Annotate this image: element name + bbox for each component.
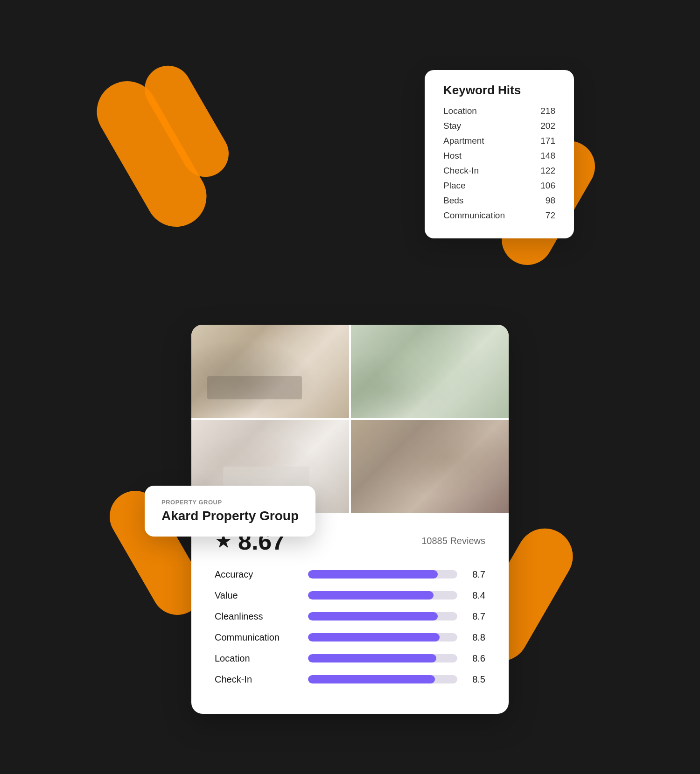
rating-row: Value8.4 [215, 590, 485, 601]
rating-label: Check-In [215, 674, 299, 685]
keyword-row: Apartment171 [443, 136, 555, 146]
keyword-hits-title: Keyword Hits [443, 83, 555, 98]
keyword-row: Host148 [443, 151, 555, 161]
keyword-count: 202 [540, 121, 555, 131]
photo-room-2 [351, 325, 509, 418]
keyword-name: Beds [443, 195, 463, 206]
keyword-name: Location [443, 106, 477, 116]
keyword-row: Place106 [443, 181, 555, 191]
rating-label: Value [215, 590, 299, 601]
keyword-row: Communication72 [443, 210, 555, 221]
keyword-count: 218 [540, 106, 555, 116]
bar-fill [308, 633, 440, 642]
rating-value: 8.7 [467, 611, 485, 622]
keyword-name: Place [443, 181, 466, 191]
bar-track [308, 633, 457, 642]
scene: Property Group Akard Property Group Keyw… [140, 61, 560, 714]
bar-track [308, 654, 457, 662]
keyword-list: Location218Stay202Apartment171Host148Che… [443, 106, 555, 221]
bar-fill [308, 591, 434, 600]
keyword-count: 98 [546, 195, 555, 206]
bar-track [308, 675, 457, 683]
ratings-section: ★ 8.67 10885 Reviews Accuracy8.7Value8.4… [191, 513, 509, 685]
keyword-name: Stay [443, 121, 461, 131]
rating-value: 8.8 [467, 632, 485, 643]
rating-value: 8.7 [467, 569, 485, 580]
keyword-name: Host [443, 151, 462, 161]
bar-fill [308, 675, 435, 683]
keyword-hits-card: Keyword Hits Location218Stay202Apartment… [425, 70, 574, 238]
bar-fill [308, 654, 436, 662]
reviews-count: 10885 Reviews [421, 536, 485, 546]
keyword-name: Apartment [443, 136, 484, 146]
keyword-count: 72 [546, 210, 555, 221]
property-group-card: Property Group Akard Property Group [145, 486, 315, 537]
bar-track [308, 612, 457, 621]
rating-value: 8.4 [467, 590, 485, 601]
property-group-label: Property Group [161, 499, 299, 506]
bar-track [308, 570, 457, 579]
rating-row: Communication8.8 [215, 632, 485, 643]
bar-fill [308, 570, 438, 579]
rating-row: Location8.6 [215, 653, 485, 664]
keyword-count: 106 [540, 181, 555, 191]
rating-row: Cleanliness8.7 [215, 611, 485, 622]
rating-label: Communication [215, 632, 299, 643]
bar-track [308, 591, 457, 600]
rating-label: Cleanliness [215, 611, 299, 622]
rating-bars-container: Accuracy8.7Value8.4Cleanliness8.7Communi… [215, 569, 485, 685]
photo-room-1 [191, 325, 349, 418]
keyword-name: Communication [443, 210, 505, 221]
rating-row: Check-In8.5 [215, 674, 485, 685]
photo-grid [191, 325, 509, 513]
rating-row: Accuracy8.7 [215, 569, 485, 580]
keyword-name: Check-In [443, 166, 479, 176]
keyword-row: Check-In122 [443, 166, 555, 176]
property-group-name: Akard Property Group [161, 509, 299, 523]
keyword-count: 148 [540, 151, 555, 161]
photo-room-4 [351, 420, 509, 513]
rating-label: Location [215, 653, 299, 664]
keyword-count: 171 [540, 136, 555, 146]
keyword-count: 122 [540, 166, 555, 176]
rating-value: 8.5 [467, 674, 485, 685]
keyword-row: Beds98 [443, 195, 555, 206]
bar-fill [308, 612, 438, 621]
keyword-row: Location218 [443, 106, 555, 116]
rating-value: 8.6 [467, 653, 485, 664]
rating-label: Accuracy [215, 569, 299, 580]
keyword-row: Stay202 [443, 121, 555, 131]
